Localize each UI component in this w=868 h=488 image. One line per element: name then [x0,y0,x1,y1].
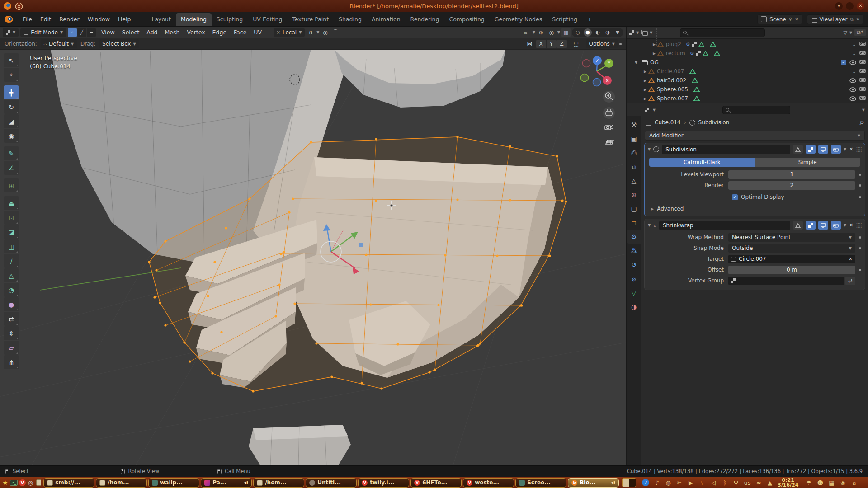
tray-icon-microphone[interactable]: ⑂ [698,479,706,486]
properties-tab-particles[interactable]: ⁂ [627,244,641,258]
outliner-editor-icon[interactable] [629,30,634,35]
delete-modifier-icon[interactable]: ✕ [849,222,853,228]
properties-tab-constraints[interactable]: ⌀ [627,272,641,286]
modifier-extras-dropdown[interactable]: ▼ [844,147,846,151]
show-desktop-button[interactable] [861,479,866,486]
app-menu-button[interactable]: ★ [2,478,9,488]
realtime-display-toggle[interactable] [818,145,828,154]
collapse-icon[interactable]: ▼ [648,147,651,151]
wrap-method-dropdown[interactable]: Nearest Surface Point▼ [728,233,855,242]
menu-item[interactable]: File [19,14,36,24]
properties-tab-object[interactable]: ◻ [627,216,641,230]
expand-arrow-icon[interactable] [651,52,657,56]
expand-arrow-icon[interactable] [633,61,639,65]
tray-icon-media-play[interactable]: ▶ [687,479,694,486]
animate-dot[interactable] [859,184,861,187]
outliner-row-rectum[interactable]: rectum ⚙ ✓ [627,49,868,58]
tool-button-rotate[interactable]: ↻ [4,100,19,114]
vertex-group-field[interactable] [728,277,844,285]
drag-handle[interactable]: ⣿⣿ [856,147,862,152]
workspace-tab[interactable]: Layout [146,13,176,26]
tool-button-shrink-fatten[interactable]: ⇕ [4,326,19,340]
edge-select-button[interactable]: ╱ [77,28,86,37]
render-display-toggle[interactable] [831,221,841,230]
axis-neg-x[interactable] [583,60,590,67]
workspace-tab[interactable]: Texture Paint [287,13,334,26]
axis-neg-y[interactable] [581,74,589,82]
overlays-icon[interactable]: ◎ [547,28,556,37]
task-button[interactable]: /hom... ◀) [96,478,147,488]
optimal-display-checkbox[interactable]: ✓ [732,194,738,200]
navigation-gizmo[interactable]: Z Y X [581,56,614,86]
menu-item[interactable]: Help [114,14,135,24]
viewport-menu-item[interactable]: Face [230,28,250,37]
modifier-extras-dropdown[interactable]: ▼ [844,223,846,227]
menu-item[interactable]: Window [84,14,114,24]
mesh-data-icon[interactable] [693,96,700,101]
simple-button[interactable]: Simple [755,158,861,167]
rendered-shading-button[interactable]: ◑ [604,28,612,37]
tray-icon-keyboard-layout[interactable]: us [744,479,751,486]
viewport-menu-item[interactable]: Select [118,28,143,37]
activities-icon[interactable] [15,2,23,10]
expand-arrow-icon[interactable] [642,70,648,74]
scene-selector[interactable]: Scene ⚲ ✕ [757,14,802,24]
outliner-search[interactable] [680,28,765,37]
tray-icon-wifi[interactable]: ≈ [755,479,762,486]
tray-icon-chat[interactable]: ◍ [665,479,672,486]
workspace-tab[interactable]: Geometry Nodes [490,13,547,26]
properties-editor-icon[interactable] [645,108,649,112]
transform-orientation-dropdown[interactable]: ⤧ Local▼ [274,28,305,37]
mesh-data-icon[interactable] [714,51,720,56]
close-button[interactable]: ✕ [857,2,864,10]
menu-item[interactable]: Edit [36,14,55,24]
properties-filter-dropdown[interactable]: ▼ [862,108,865,112]
tray-icon-bluetooth[interactable]: ᛒ [721,479,728,486]
tray-icon-weather[interactable]: ☂ [805,479,812,486]
task-button[interactable]: smb://... ◀) [43,478,94,488]
viewport-menu-item[interactable]: View [98,28,118,37]
vertex-select-button[interactable]: ◦ [68,28,77,37]
drag-value-dropdown[interactable]: Select Box▼ [99,39,139,48]
snap-mode-dropdown[interactable]: Outside▼ [728,244,855,253]
tool-button-bevel[interactable]: ◪ [4,225,19,239]
drag-handle[interactable]: ⣿⣿ [856,223,862,228]
collection-checkbox[interactable]: ✓ [841,60,846,65]
task-button[interactable]: /hom... ◀) [253,478,304,488]
editor-type-dropdown[interactable]: ▼ [636,31,639,35]
workspace-tab[interactable]: Sculpting [212,13,248,26]
workspace-tab[interactable]: Scripting [547,13,582,26]
properties-tab-view-layer[interactable]: ⧉ [627,160,641,174]
tool-button-inset-faces[interactable]: ⊡ [4,211,19,225]
task-button[interactable]: Pa... ◀) [201,478,252,488]
unlink-icon[interactable]: ✕ [795,17,798,22]
xray-toggle[interactable]: ▩ [561,28,571,37]
tool-button-loop-cut[interactable]: ◫ [4,239,19,253]
viewport-menu-item[interactable]: Vertex [183,28,208,37]
layers-icon[interactable]: ⧉ [850,17,853,22]
viewport-menu-item[interactable]: Add [143,28,161,37]
add-modifier-button[interactable]: Add Modifier▼ [645,131,865,141]
tool-button-measure[interactable]: ∠ [4,161,19,175]
orientation-value-dropdown[interactable]: ⸫ Default▼ [41,39,77,48]
object-name[interactable]: Sphere.007 [657,95,688,102]
titlebar[interactable]: Blender* [/home/amalie/Desktop/blender/s… [0,0,868,12]
viewport-menu-item[interactable]: UV [250,28,265,37]
vertex-group-icon[interactable] [696,51,701,56]
camera-visibility-icon[interactable] [859,68,866,75]
breadcrumb-modifier[interactable]: Subdivision [698,119,730,126]
mesh-data-icon[interactable] [692,78,698,83]
new-collection-button[interactable]: ⧉⁺ [854,29,866,36]
tool-button-scale[interactable]: ◢ [4,114,19,128]
editor-type-button[interactable]: ▼ [3,28,19,37]
animate-dot[interactable] [859,247,861,249]
minimize-button[interactable]: — [846,2,854,10]
mirror-axis-button[interactable]: Z [557,40,567,48]
animate-dot[interactable] [859,269,861,271]
eye-open-icon[interactable] [849,87,856,92]
tool-button-add-cube[interactable]: ⊞ [4,178,19,192]
visibility-dropdown[interactable]: ▼ [533,30,535,34]
mesh-data-icon-extra[interactable] [703,51,708,56]
eye-open-icon[interactable] [849,96,856,101]
camera-view-icon[interactable] [605,125,613,130]
